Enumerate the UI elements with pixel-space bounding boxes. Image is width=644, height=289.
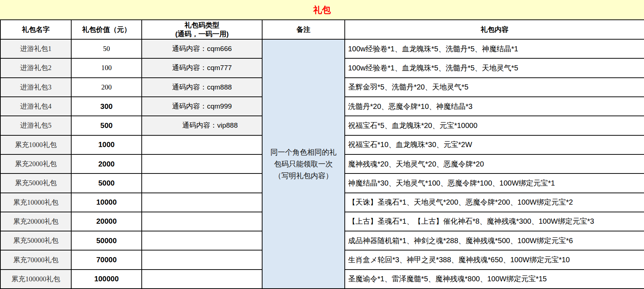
- code-cell[interactable]: 通码内容：cqm888: [142, 78, 263, 97]
- code-cell[interactable]: 通码内容：cqm999: [142, 97, 263, 116]
- code-cell[interactable]: [142, 193, 263, 212]
- header-package-name[interactable]: 礼包名字: [0, 20, 72, 40]
- package-value-cell[interactable]: 20000: [72, 212, 142, 231]
- package-value-cell[interactable]: 50000: [72, 231, 142, 250]
- package-value-cell[interactable]: 300: [72, 97, 142, 116]
- package-value-cell[interactable]: 100: [72, 59, 142, 78]
- remark-line: 包码只能领取一次: [274, 158, 333, 170]
- table-row: 累充2000礼包 2000: [0, 155, 263, 174]
- code-cell[interactable]: 通码内容：cqm777: [142, 59, 263, 78]
- content-column: 100w经验卷*1、血龙魄珠*5、洗髓丹*5、神魔结晶*1 100w经验卷*1、…: [345, 40, 644, 289]
- package-name-cell[interactable]: 累充50000礼包: [0, 231, 72, 250]
- package-name-cell[interactable]: 累充5000礼包: [0, 174, 72, 193]
- package-content-cell[interactable]: 成品神器随机箱*1、神剑之魂*288、魔神残魂*500、100W绑定元宝*6: [345, 231, 644, 250]
- package-content-cell[interactable]: 神魔结晶*30、天地灵气*100、恶魔令牌*100、100W绑定元宝*1: [345, 174, 644, 193]
- table-row: 进游礼包3 200 通码内容：cqm888: [0, 78, 263, 97]
- code-text: 通码内容：vip888: [182, 121, 238, 130]
- table-row: 进游礼包5 500 通码内容：vip888: [0, 116, 263, 135]
- remark-line: （写明礼包内容）: [274, 170, 333, 182]
- package-value-cell[interactable]: 50: [72, 40, 142, 59]
- header-package-value[interactable]: 礼包价值（元）: [72, 20, 142, 40]
- package-content-cell[interactable]: 圣魔谕令*1、雷泽魔髓*5、魔神残魂*800、100W绑定元宝*15: [345, 270, 644, 289]
- package-content-cell[interactable]: 生肖盒メ轮回*3、神甲之灵*388、魔神残魂*650、100W绑定元宝*10: [345, 250, 644, 270]
- package-content-cell[interactable]: 圣辉金羽*5、洗髓丹*20、天地灵气*5: [345, 78, 644, 97]
- package-name-cell[interactable]: 累充70000礼包: [0, 250, 72, 270]
- left-columns: 进游礼包1 50 通码内容：cqm666 进游礼包2 100 通码内容：cqm7…: [0, 40, 263, 289]
- code-text: 通码内容：cqm777: [172, 63, 232, 73]
- code-cell[interactable]: [142, 155, 263, 174]
- table-row: 累充50000礼包 50000: [0, 231, 263, 250]
- package-name-cell[interactable]: 进游礼包3: [0, 78, 72, 97]
- package-value-cell[interactable]: 100000: [72, 270, 142, 289]
- package-value-cell[interactable]: 1000: [72, 136, 142, 155]
- code-cell[interactable]: [142, 174, 263, 193]
- table-row: 累充100000礼包 100000: [0, 270, 263, 289]
- package-name-cell[interactable]: 进游礼包5: [0, 116, 72, 135]
- package-content-cell[interactable]: 祝福宝石*5、血龙魄珠*20、元宝*10000: [345, 116, 644, 135]
- table-row: 进游礼包4 300 通码内容：cqm999: [0, 97, 263, 116]
- package-name-cell[interactable]: 累充1000礼包: [0, 136, 72, 155]
- package-content-cell[interactable]: 祝福宝石*10、血龙魄珠*30、元宝*2W: [345, 136, 644, 155]
- package-value-cell[interactable]: 500: [72, 116, 142, 135]
- code-text: 通码内容：cqm999: [172, 102, 232, 111]
- package-value-cell[interactable]: 2000: [72, 155, 142, 174]
- remark-merged-cell[interactable]: 同一个角色相同的礼 包码只能领取一次 （写明礼包内容）: [263, 40, 345, 289]
- code-cell[interactable]: [142, 231, 263, 250]
- table-row: 进游礼包1 50 通码内容：cqm666: [0, 40, 263, 59]
- table-row: 累充10000礼包 10000: [0, 193, 263, 212]
- header-row: 礼包名字 礼包价值（元） 礼包码类型 (通码，一码一用) 备注 礼包内容: [0, 20, 644, 40]
- package-name-cell[interactable]: 进游礼包1: [0, 40, 72, 59]
- package-content-cell[interactable]: 魔神残魂*20、天地灵气*20、恶魔令牌*20: [345, 155, 644, 174]
- remark-line: 同一个角色相同的礼: [271, 146, 337, 158]
- package-content-cell[interactable]: 100w经验卷*1、血龙魄珠*5、洗髓丹*5、神魔结晶*1: [345, 40, 644, 59]
- package-value-cell[interactable]: 5000: [72, 174, 142, 193]
- package-value-cell[interactable]: 70000: [72, 250, 142, 270]
- code-cell[interactable]: 通码内容：vip888: [142, 116, 263, 135]
- code-text: 通码内容：cqm888: [172, 83, 232, 92]
- sheet-title-cell[interactable]: 礼包: [0, 0, 644, 20]
- code-text: 通码内容：cqm666: [172, 44, 232, 54]
- package-name-cell[interactable]: 累充20000礼包: [0, 212, 72, 231]
- header-remark[interactable]: 备注: [263, 20, 345, 40]
- table-body: 进游礼包1 50 通码内容：cqm666 进游礼包2 100 通码内容：cqm7…: [0, 40, 644, 289]
- package-content-cell[interactable]: 洗髓丹*20、恶魔令牌*10、神魔结晶*3: [345, 97, 644, 116]
- package-content-cell[interactable]: 100w经验卷*1、血龙魄珠*5、洗髓丹*5、天地灵气*5: [345, 59, 644, 78]
- header-content[interactable]: 礼包内容: [345, 20, 644, 40]
- table-row: 累充70000礼包 70000: [0, 250, 263, 270]
- package-name-cell[interactable]: 累充10000礼包: [0, 193, 72, 212]
- header-code-type-line1: 礼包码类型: [185, 21, 220, 30]
- code-cell[interactable]: [142, 270, 263, 289]
- table-row: 累充1000礼包 1000: [0, 136, 263, 155]
- package-name-cell[interactable]: 进游礼包2: [0, 59, 72, 78]
- package-content-cell[interactable]: 【上古】圣魂石*1、【上古】催化神石*8、魔神残魂*300、100W绑定元宝*3: [345, 212, 644, 231]
- header-code-type[interactable]: 礼包码类型 (通码，一码一用): [142, 20, 263, 40]
- package-name-cell[interactable]: 累充2000礼包: [0, 155, 72, 174]
- table-row: 进游礼包2 100 通码内容：cqm777: [0, 59, 263, 78]
- header-code-type-line2: (通码，一码一用): [175, 30, 229, 39]
- gift-package-sheet: 礼包 礼包名字 礼包价值（元） 礼包码类型 (通码，一码一用) 备注 礼包内容 …: [0, 0, 644, 289]
- package-value-cell[interactable]: 10000: [72, 193, 142, 212]
- code-cell[interactable]: [142, 250, 263, 270]
- package-name-cell[interactable]: 进游礼包4: [0, 97, 72, 116]
- table-row: 累充5000礼包 5000: [0, 174, 263, 193]
- package-name-cell[interactable]: 累充100000礼包: [0, 270, 72, 289]
- sheet-title: 礼包: [313, 4, 331, 16]
- package-value-cell[interactable]: 200: [72, 78, 142, 97]
- code-cell[interactable]: 通码内容：cqm666: [142, 40, 263, 59]
- code-cell[interactable]: [142, 136, 263, 155]
- table-row: 累充20000礼包 20000: [0, 212, 263, 231]
- package-content-cell[interactable]: 【天诛】圣魂石*1、天地灵气*200、恶魔令牌*200、100W绑定元宝*2: [345, 193, 644, 212]
- code-cell[interactable]: [142, 212, 263, 231]
